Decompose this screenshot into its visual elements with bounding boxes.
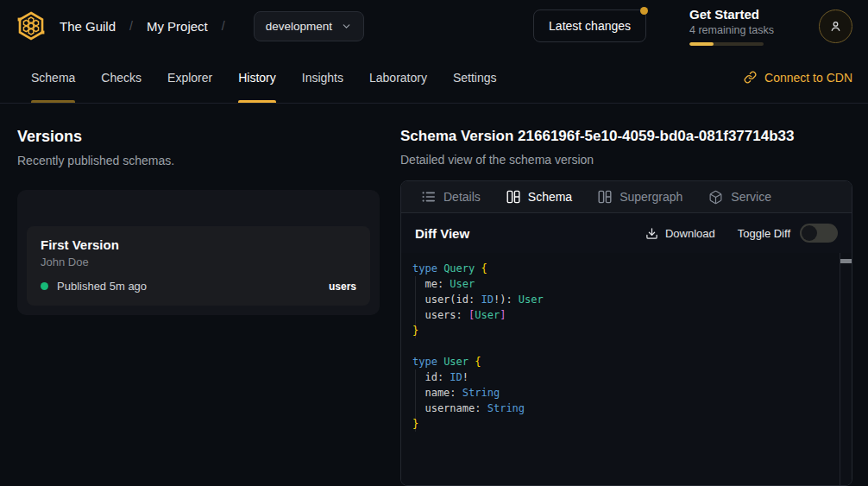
code-scrollbar[interactable] <box>840 253 852 485</box>
scrollbar-thumb[interactable] <box>840 259 852 263</box>
get-started-widget[interactable]: Get Started 4 remaining tasks <box>689 7 774 46</box>
download-label: Download <box>665 227 715 240</box>
get-started-subtitle: 4 remaining tasks <box>689 24 774 36</box>
environment-selector-value: development <box>266 20 332 33</box>
tab-settings[interactable]: Settings <box>453 52 497 103</box>
tab-label: Schema <box>31 71 75 85</box>
breadcrumb-project[interactable]: My Project <box>147 19 208 34</box>
target-nav-bar: Schema Checks Explorer History Insights … <box>0 52 868 104</box>
tab-label: Schema <box>528 190 572 204</box>
toggle-diff-label: Toggle Diff <box>738 227 790 240</box>
tab-service[interactable]: Service <box>708 190 771 205</box>
tab-schema[interactable]: Schema <box>31 52 75 103</box>
code-content: type Query { me: User user(id: ID!): Use… <box>412 261 834 432</box>
published-status-dot <box>41 282 48 290</box>
tab-label: Insights <box>302 71 343 85</box>
tab-label: Explorer <box>167 71 212 85</box>
connect-to-cdn-label: Connect to CDN <box>764 71 852 85</box>
tab-supergraph[interactable]: Supergraph <box>598 190 682 204</box>
breadcrumb-org[interactable]: The Guild <box>60 19 116 34</box>
toggle-diff-switch[interactable] <box>800 224 838 243</box>
diff-view-toolbar: Diff View Download Toggle Diff <box>401 213 852 253</box>
versions-subtitle: Recently published schemas. <box>17 154 380 167</box>
link-icon <box>744 71 757 84</box>
environment-selector[interactable]: development <box>254 11 364 41</box>
download-button[interactable]: Download <box>645 227 715 240</box>
tab-history[interactable]: History <box>238 52 276 103</box>
connect-to-cdn-button[interactable]: Connect to CDN <box>744 52 852 103</box>
latest-changes-button[interactable]: Latest changes <box>533 9 646 42</box>
chevron-down-icon <box>341 21 352 32</box>
indent-guide <box>415 369 416 432</box>
columns-icon <box>506 190 520 204</box>
main-content: Versions Recently published schemas. Fir… <box>0 104 868 486</box>
diff-view-title: Diff View <box>415 226 469 241</box>
versions-title: Versions <box>17 128 380 146</box>
breadcrumb-separator: / <box>129 19 133 33</box>
versions-panel: Versions Recently published schemas. Fir… <box>17 128 380 486</box>
tab-laboratory[interactable]: Laboratory <box>369 52 427 103</box>
list-icon <box>422 190 436 204</box>
get-started-progress-bar <box>689 42 764 46</box>
cube-icon <box>708 190 723 205</box>
progress-fill <box>689 42 714 46</box>
breadcrumb-separator: / <box>222 19 225 33</box>
service-badge: users <box>329 281 356 293</box>
tab-explorer[interactable]: Explorer <box>167 52 212 103</box>
tab-label: Checks <box>101 71 142 85</box>
indent-guide <box>415 276 416 338</box>
download-icon <box>645 227 658 240</box>
latest-changes-label: Latest changes <box>549 19 631 33</box>
version-list-item[interactable]: First Version John Doe Published 5m ago … <box>27 226 370 306</box>
tab-checks[interactable]: Checks <box>101 52 142 103</box>
tab-label: Details <box>443 190 481 204</box>
version-author: John Doe <box>41 256 356 268</box>
schema-code-viewer[interactable]: type Query { me: User user(id: ID!): Use… <box>401 253 852 485</box>
tab-label: Supergraph <box>620 190 682 204</box>
schema-detail-box: Details Schema Supergr <box>400 180 852 486</box>
tab-details[interactable]: Details <box>422 190 481 204</box>
notification-dot <box>640 7 648 15</box>
tab-label: Laboratory <box>369 71 427 85</box>
tab-label: Settings <box>453 71 497 85</box>
get-started-title: Get Started <box>689 7 774 22</box>
tab-schema-inner[interactable]: Schema <box>506 190 572 204</box>
tab-insights[interactable]: Insights <box>302 52 343 103</box>
tab-label: History <box>238 71 276 85</box>
schema-version-subtitle: Detailed view of the schema version <box>400 153 852 167</box>
version-status: Published 5m ago <box>57 280 147 293</box>
schema-version-panel: Schema Version 2166196f-5e10-4059-bd0a-0… <box>400 128 852 486</box>
versions-list-card: First Version John Doe Published 5m ago … <box>17 190 380 315</box>
toggle-knob <box>802 225 817 241</box>
tab-label: Service <box>731 190 771 204</box>
schema-detail-tabs: Details Schema Supergr <box>401 181 852 213</box>
version-name: First Version <box>41 237 356 252</box>
user-avatar-button[interactable] <box>819 9 852 43</box>
person-icon <box>828 19 843 34</box>
columns-icon <box>598 190 612 204</box>
guild-hive-logo-icon[interactable] <box>16 10 47 41</box>
top-bar: The Guild / My Project / development Lat… <box>0 0 868 52</box>
schema-version-title: Schema Version 2166196f-5e10-4059-bd0a-0… <box>400 128 852 145</box>
